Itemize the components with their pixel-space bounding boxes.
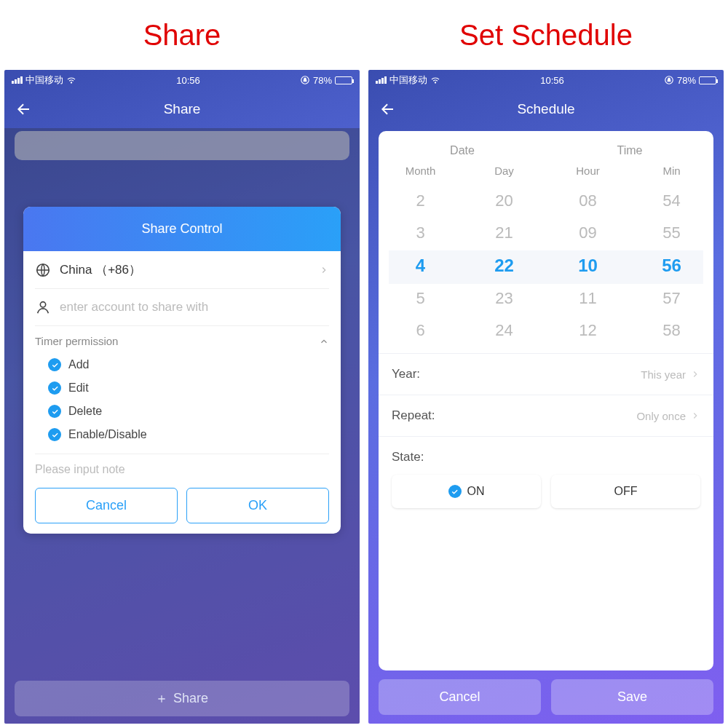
picker-value: 54 [630, 186, 713, 216]
year-label: Year: [392, 367, 420, 381]
phone-schedule: 中国移动 10:56 78% Schedule Date Time [368, 70, 724, 724]
phone-share: 中国移动 10:56 78% Share Share Control China… [4, 70, 360, 724]
picker-value: 3 [379, 218, 462, 248]
nav-title: Schedule [379, 101, 713, 117]
col-label: Min [662, 165, 680, 177]
check-icon [48, 405, 61, 418]
picker-value: 55 [630, 218, 713, 248]
picker-value: 21 [462, 218, 546, 248]
wifi-icon [66, 75, 76, 85]
schedule-save-button[interactable]: Save [551, 679, 713, 715]
perm-label: Edit [68, 381, 89, 395]
year-row[interactable]: Year: This year [379, 353, 713, 395]
repeat-label: Repeat: [392, 408, 435, 423]
state-off-button[interactable]: OFF [551, 475, 700, 508]
perm-item[interactable]: Delete [48, 400, 329, 423]
repeat-row[interactable]: Repeat: Only once [379, 395, 713, 436]
state-label: State: [392, 450, 424, 464]
check-icon [48, 358, 61, 371]
battery-icon [699, 76, 716, 84]
nav-title: Share [15, 101, 349, 117]
picker-col-day[interactable]: Day 20 21 22 23 24 [462, 165, 546, 346]
account-row[interactable]: enter account to share with [35, 289, 329, 326]
picker-value-selected: 56 [630, 250, 713, 282]
datetime-picker[interactable]: Month 2 3 4 5 6 Day 20 21 22 23 24 [379, 162, 713, 353]
lock-rotation-icon [300, 75, 310, 85]
schedule-card: Date Time Month 2 3 4 5 6 Day 2 [379, 131, 713, 670]
picker-col-min[interactable]: Min 54 55 56 57 58 [630, 165, 713, 346]
perm-item[interactable]: Edit [48, 376, 329, 400]
wifi-icon [430, 75, 440, 85]
status-time: 10:56 [176, 75, 200, 86]
picker-value: 08 [546, 186, 630, 216]
state-on-button[interactable]: ON [392, 475, 541, 508]
repeat-value: Only once [636, 410, 686, 422]
picker-value: 5 [379, 283, 462, 314]
picker-value-selected: 22 [462, 250, 546, 282]
status-time: 10:56 [540, 75, 564, 86]
picker-col-month[interactable]: Month 2 3 4 5 6 [379, 165, 462, 346]
share-bottom-button[interactable]: Share [15, 681, 349, 716]
check-icon [48, 381, 61, 395]
perm-list: Add Edit Delete Enable/Disable [35, 352, 329, 454]
status-bar: 中国移动 10:56 78% [4, 70, 360, 90]
date-header: Date [379, 144, 546, 157]
picker-section-headers: Date Time [379, 131, 713, 162]
col-label: Month [405, 165, 436, 177]
picker-value: 09 [546, 218, 630, 248]
battery-icon [335, 76, 352, 84]
ok-button[interactable]: OK [186, 488, 329, 523]
time-header: Time [546, 144, 713, 157]
picker-value: 20 [462, 186, 546, 216]
schedule-cancel-button[interactable]: Cancel [379, 679, 541, 715]
year-value: This year [641, 368, 686, 381]
chevron-right-icon [319, 265, 329, 275]
picker-value: 23 [462, 283, 546, 314]
plus-icon [156, 693, 167, 705]
picker-col-hour[interactable]: Hour 08 09 10 11 12 [546, 165, 630, 346]
person-icon [35, 299, 51, 315]
perm-label: Enable/Disable [68, 428, 147, 441]
country-value: China （+86） [60, 261, 310, 278]
svg-point-2 [40, 302, 45, 307]
picker-value: 6 [379, 315, 462, 346]
globe-icon [35, 262, 51, 278]
check-icon [448, 485, 462, 498]
state-off-label: OFF [614, 485, 638, 498]
picker-value: 24 [462, 315, 546, 346]
chevron-up-icon [319, 336, 329, 347]
col-label: Day [494, 165, 514, 177]
note-input[interactable]: Please input note [35, 454, 329, 488]
top-label-share: Share [0, 19, 364, 52]
modal-title: Share Control [23, 207, 341, 251]
battery-pct: 78% [677, 75, 696, 86]
perm-item[interactable]: Add [48, 353, 329, 376]
picker-value: 58 [630, 315, 713, 346]
chevron-right-icon [690, 369, 700, 379]
perm-header[interactable]: Timer permission [35, 326, 329, 352]
carrier-label: 中国移动 [25, 74, 63, 87]
state-row: State: [379, 436, 713, 478]
picker-value-selected: 4 [379, 250, 462, 282]
check-icon [48, 428, 61, 441]
carrier-label: 中国移动 [389, 74, 427, 87]
state-on-label: ON [467, 485, 485, 498]
lock-rotation-icon [664, 75, 674, 85]
perm-label: Delete [68, 405, 102, 418]
battery-pct: 78% [313, 75, 332, 86]
nav-bar: Share [4, 90, 360, 128]
perm-label: Add [68, 358, 89, 371]
picker-value: 12 [546, 315, 630, 346]
top-label-schedule: Set Schedule [364, 19, 728, 52]
signal-icon [12, 76, 23, 84]
col-label: Hour [576, 165, 600, 177]
share-bottom-label: Share [173, 691, 208, 706]
picker-value-selected: 10 [546, 250, 630, 282]
perm-header-label: Timer permission [35, 335, 118, 347]
cancel-button[interactable]: Cancel [35, 488, 178, 523]
country-row[interactable]: China （+86） [35, 251, 329, 289]
share-control-modal: Share Control China （+86） enter account … [23, 207, 341, 534]
status-bar: 中国移动 10:56 78% [368, 70, 724, 90]
perm-item[interactable]: Enable/Disable [48, 423, 329, 446]
note-placeholder: Please input note [35, 463, 125, 475]
